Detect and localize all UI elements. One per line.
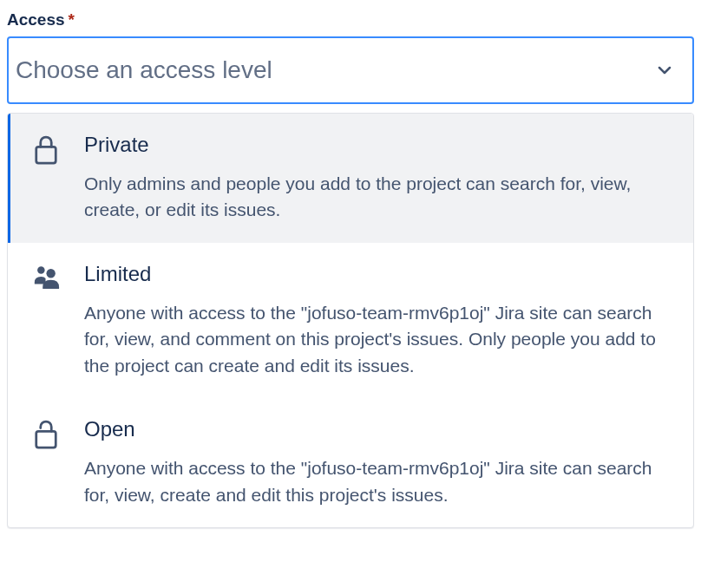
people-icon <box>32 264 60 291</box>
access-select-placeholder: Choose an access level <box>16 56 272 84</box>
access-option-private-description: Only admins and people you add to the pr… <box>84 171 671 224</box>
access-field-label: Access * <box>7 10 694 29</box>
access-option-limited-description: Anyone with access to the "jofuso-team-r… <box>84 300 671 379</box>
access-option-open-description: Anyone with access to the "jofuso-team-r… <box>84 455 671 508</box>
access-option-private-title: Private <box>84 133 671 157</box>
access-option-open-content: Open Anyone with access to the "jofuso-t… <box>84 417 671 508</box>
access-option-open-title: Open <box>84 417 671 441</box>
required-asterisk: * <box>69 10 75 29</box>
access-option-private[interactable]: Private Only admins and people you add t… <box>8 114 693 243</box>
lock-open-icon <box>32 419 60 447</box>
access-option-limited[interactable]: Limited Anyone with access to the "jofus… <box>8 243 693 398</box>
access-option-private-content: Private Only admins and people you add t… <box>84 133 671 224</box>
access-option-limited-title: Limited <box>84 262 671 286</box>
access-dropdown-panel: Private Only admins and people you add t… <box>7 113 694 528</box>
svg-point-1 <box>37 266 44 273</box>
access-option-open[interactable]: Open Anyone with access to the "jofuso-t… <box>8 398 693 527</box>
svg-point-2 <box>46 269 55 278</box>
lock-closed-icon <box>32 134 60 162</box>
svg-rect-0 <box>36 147 56 163</box>
svg-rect-3 <box>36 431 56 448</box>
access-select-trigger[interactable]: Choose an access level <box>7 36 694 104</box>
field-label-text: Access <box>7 10 65 29</box>
chevron-down-icon <box>654 60 675 81</box>
access-option-limited-content: Limited Anyone with access to the "jofus… <box>84 262 671 379</box>
